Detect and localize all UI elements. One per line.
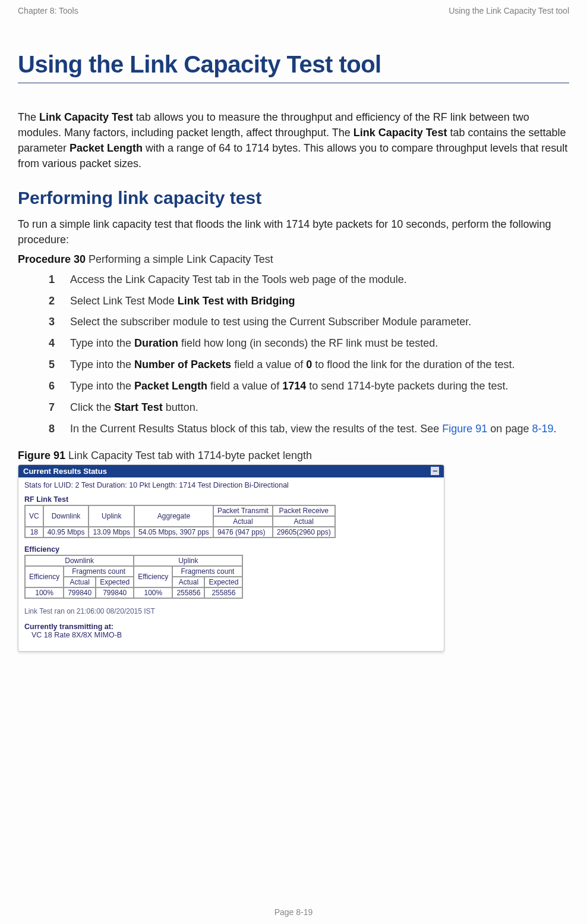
procedure-label: Procedure 30 Performing a simple Link Ca… xyxy=(18,252,569,267)
current-tx-label: Currently transmitting at: xyxy=(24,623,438,631)
efficiency-table: Downlink Uplink Efficiency Fragments cou… xyxy=(24,555,243,599)
procedure-steps: 1Access the Link Capacity Test tab in th… xyxy=(49,272,569,438)
step-6: 6Type into the Packet Length field a val… xyxy=(49,378,569,395)
step-7: 7Click the Start Test button. xyxy=(49,400,569,416)
header-left: Chapter 8: Tools xyxy=(18,6,78,15)
step-4: 4Type into the Duration field how long (… xyxy=(49,335,569,352)
efficiency-label: Efficiency xyxy=(24,545,438,554)
page-title: Using the Link Capacity Test tool xyxy=(18,51,569,83)
step-3: 3Select the subscriber module to test us… xyxy=(49,314,569,331)
link-test-timestamp: Link Test ran on 21:06:00 08/20/2015 IST xyxy=(24,607,438,615)
page-header: Chapter 8: Tools Using the Link Capacity… xyxy=(18,6,569,15)
step-1: 1Access the Link Capacity Test tab in th… xyxy=(49,272,569,288)
figure-label: Figure 91 Link Capacity Test tab with 17… xyxy=(18,450,569,462)
panel-titlebar: Current Results Status − xyxy=(18,465,444,477)
step-5: 5Type into the Number of Packets field a… xyxy=(49,357,569,373)
rf-link-table: VC Downlink Uplink Aggregate Packet Tran… xyxy=(24,505,336,538)
step-8: 8In the Current Results Status block of … xyxy=(49,421,569,438)
rf-link-test-label: RF Link Test xyxy=(24,495,438,504)
intro-paragraph: The Link Capacity Test tab allows you to… xyxy=(18,109,569,171)
lead-paragraph: To run a simple link capacity test that … xyxy=(18,216,569,247)
panel-title: Current Results Status xyxy=(23,467,107,476)
collapse-icon[interactable]: − xyxy=(431,467,439,475)
embedded-screenshot: Current Results Status − Stats for LUID:… xyxy=(18,464,444,652)
stats-line: Stats for LUID: 2 Test Duration: 10 Pkt … xyxy=(24,481,438,489)
step-2: 2Select Link Test Mode Link Test with Br… xyxy=(49,293,569,310)
section-heading: Performing link capacity test xyxy=(18,188,569,208)
current-tx-rate: VC 18 Rate 8X/8X MIMO-B xyxy=(31,631,438,639)
page-footer: Page 8-19 xyxy=(0,907,587,917)
header-right: Using the Link Capacity Test tool xyxy=(449,6,569,15)
